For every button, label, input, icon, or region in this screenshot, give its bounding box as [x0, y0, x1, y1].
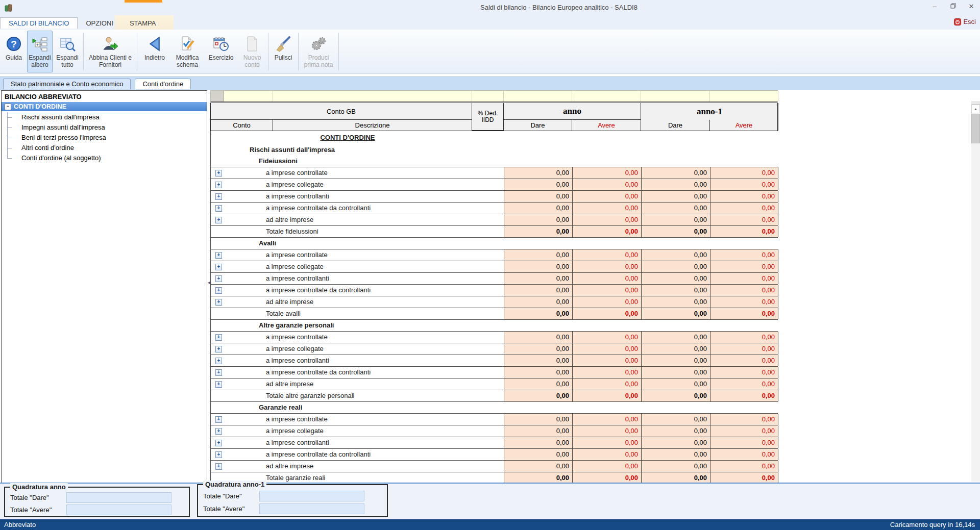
anno-dare-cell[interactable]: 0,00 — [504, 343, 572, 355]
anno1-avere-cell[interactable]: 0,00 — [710, 437, 778, 448]
anno1-avere-cell[interactable]: 0,00 — [710, 367, 778, 378]
anno1-dare-cell[interactable]: 0,00 — [641, 390, 710, 401]
anno1-avere-cell[interactable]: 0,00 — [710, 261, 778, 272]
scroll-up-button[interactable]: ▲ — [971, 105, 980, 113]
anno1-dare-cell[interactable]: 0,00 — [641, 285, 710, 296]
anno1-avere-cell[interactable]: 0,00 — [710, 390, 778, 401]
expand-row-icon[interactable]: + — [215, 252, 222, 259]
anno1-avere-cell[interactable]: 0,00 — [710, 355, 778, 366]
anno-dare-cell[interactable]: 0,00 — [504, 179, 572, 190]
anno-dare-cell[interactable]: 0,00 — [504, 285, 572, 296]
anno-avere-cell[interactable]: 0,00 — [572, 390, 641, 401]
toolbar-button-guida[interactable]: ?Guida — [2, 31, 26, 72]
expand-row-icon[interactable]: + — [215, 264, 222, 270]
anno1-avere-cell[interactable]: 0,00 — [710, 461, 778, 472]
expand-row-icon[interactable]: + — [215, 217, 222, 223]
anno1-dare-cell[interactable]: 0,00 — [641, 214, 710, 225]
expand-row-icon[interactable]: + — [215, 193, 222, 200]
filter-cell[interactable] — [572, 91, 641, 102]
scrollbar-splitter[interactable] — [971, 101, 980, 105]
anno-avere-cell[interactable]: 0,00 — [572, 332, 641, 343]
filter-cell[interactable] — [641, 91, 710, 102]
toolbar-button-abbina-clienti[interactable]: Abbina Clienti e Fornitori — [86, 31, 135, 72]
anno-dare-cell[interactable]: 0,00 — [504, 261, 572, 272]
anno1-avere-cell[interactable]: 0,00 — [710, 332, 778, 343]
anno-dare-cell[interactable]: 0,00 — [504, 378, 572, 390]
anno1-dare-cell[interactable]: 0,00 — [641, 226, 710, 237]
ribbon-tab-saldi-di-bilancio[interactable]: SALDI DI BILANCIO — [0, 17, 78, 29]
anno1-avere-cell[interactable]: 0,00 — [710, 378, 778, 390]
anno-avere-cell[interactable]: 0,00 — [572, 191, 641, 202]
anno1-dare-cell[interactable]: 0,00 — [641, 203, 710, 214]
toolbar-button-espandi-albero[interactable]: +Espandi albero — [27, 31, 53, 72]
anno-dare-cell[interactable]: 0,00 — [504, 226, 572, 237]
anno-avere-cell[interactable]: 0,00 — [572, 261, 641, 272]
anno-dare-cell[interactable]: 0,00 — [504, 425, 572, 437]
tree-item-rischi-assunti-dall-impresa[interactable]: Rischi assunti dall'impresa — [2, 112, 207, 122]
anno-avere-cell[interactable]: 0,00 — [572, 355, 641, 366]
anno-dare-cell[interactable]: 0,00 — [504, 461, 572, 472]
totale-dare-input[interactable] — [259, 491, 364, 501]
filter-cell[interactable] — [224, 91, 273, 102]
totale-avere-input[interactable] — [66, 504, 172, 515]
tree-item-altri-conti-d-ordine[interactable]: Altri conti d'ordine — [2, 143, 207, 153]
anno-dare-cell[interactable]: 0,00 — [504, 273, 572, 284]
anno-avere-cell[interactable]: 0,00 — [572, 449, 641, 460]
anno1-avere-cell[interactable]: 0,00 — [710, 179, 778, 190]
anno1-avere-cell[interactable]: 0,00 — [710, 308, 778, 319]
close-button[interactable]: ✕ — [966, 2, 977, 11]
filter-corner-cell[interactable] — [211, 91, 224, 102]
anno1-avere-cell[interactable]: 0,00 — [710, 285, 778, 296]
anno-dare-cell[interactable]: 0,00 — [504, 296, 572, 308]
anno1-dare-cell[interactable]: 0,00 — [641, 414, 710, 425]
anno1-dare-cell[interactable]: 0,00 — [641, 179, 710, 190]
anno1-dare-cell[interactable]: 0,00 — [641, 296, 710, 308]
expand-row-icon[interactable]: + — [215, 205, 222, 212]
anno-dare-cell[interactable]: 0,00 — [504, 308, 572, 319]
tree-item-conti-d-ordine-al-soggetto-[interactable]: Conti d'ordine (al soggetto) — [2, 153, 207, 163]
anno1-dare-cell[interactable]: 0,00 — [641, 308, 710, 319]
filter-cell[interactable] — [472, 91, 504, 102]
anno1-avere-cell[interactable]: 0,00 — [710, 226, 778, 237]
anno-dare-cell[interactable]: 0,00 — [504, 367, 572, 378]
anno1-dare-cell[interactable]: 0,00 — [641, 367, 710, 378]
expand-row-icon[interactable]: + — [215, 334, 222, 341]
toolbar-button-modifica-schema[interactable]: Modifica schema — [171, 31, 204, 72]
anno-avere-cell[interactable]: 0,00 — [572, 461, 641, 472]
collapse-node-icon[interactable]: − — [5, 104, 11, 110]
anno1-dare-cell[interactable]: 0,00 — [641, 191, 710, 202]
filter-cell[interactable] — [710, 91, 778, 102]
filter-cell[interactable] — [504, 91, 572, 102]
anno1-avere-cell[interactable]: 0,00 — [710, 191, 778, 202]
toolbar-button-espandi-tutto[interactable]: Espandi tutto — [54, 31, 81, 72]
ribbon-tab-opzioni[interactable]: OPZIONI — [78, 18, 121, 29]
anno1-dare-cell[interactable]: 0,00 — [641, 378, 710, 390]
anno-avere-cell[interactable]: 0,00 — [572, 343, 641, 355]
expand-row-icon[interactable]: + — [215, 287, 222, 294]
expand-row-icon[interactable]: + — [215, 416, 222, 423]
anno-avere-cell[interactable]: 0,00 — [572, 273, 641, 284]
anno1-dare-cell[interactable]: 0,00 — [641, 249, 710, 261]
anno-dare-cell[interactable]: 0,00 — [504, 249, 572, 261]
anno-dare-cell[interactable]: 0,00 — [504, 437, 572, 448]
vertical-scrollbar[interactable]: ▲ — [971, 101, 980, 482]
anno-dare-cell[interactable]: 0,00 — [504, 332, 572, 343]
anno-avere-cell[interactable]: 0,00 — [572, 203, 641, 214]
toolbar-button-pulisci[interactable]: Pulisci — [271, 31, 296, 72]
expand-row-icon[interactable]: + — [215, 346, 222, 352]
anno-avere-cell[interactable]: 0,00 — [572, 308, 641, 319]
toolbar-button-indietro[interactable]: Indietro — [139, 31, 170, 72]
expand-row-icon[interactable]: + — [215, 358, 222, 364]
anno1-dare-cell[interactable]: 0,00 — [641, 261, 710, 272]
anno1-avere-cell[interactable]: 0,00 — [710, 273, 778, 284]
totale-dare-input[interactable] — [66, 492, 172, 503]
tree-root-conti-dordine[interactable]: − CONTI D'ORDINE — [2, 102, 207, 111]
totale-avere-input[interactable] — [259, 503, 364, 514]
anno-dare-cell[interactable]: 0,00 — [504, 390, 572, 401]
anno1-avere-cell[interactable]: 0,00 — [710, 472, 778, 483]
anno-avere-cell[interactable]: 0,00 — [572, 472, 641, 483]
anno-dare-cell[interactable]: 0,00 — [504, 355, 572, 366]
anno1-dare-cell[interactable]: 0,00 — [641, 167, 710, 179]
anno-dare-cell[interactable]: 0,00 — [504, 214, 572, 225]
expand-row-icon[interactable]: + — [215, 182, 222, 188]
